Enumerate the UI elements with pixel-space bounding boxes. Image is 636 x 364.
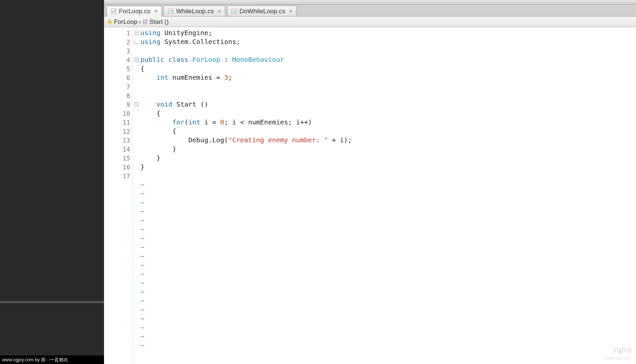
code-line[interactable]: }	[140, 162, 636, 171]
empty-line-tilde: ~	[140, 314, 636, 323]
code-line[interactable]: {	[140, 127, 636, 136]
empty-line-tilde: ~	[140, 341, 636, 350]
line-number: 2	[104, 37, 132, 46]
code-line[interactable]: using UnityEngine;	[140, 28, 636, 37]
code-content[interactable]: using UnityEngine;using System.Collectio…	[140, 27, 636, 364]
empty-line-tilde: ~	[140, 198, 636, 207]
line-number: 16	[104, 162, 132, 171]
empty-line-tilde: ~	[140, 270, 636, 279]
line-number: 8	[104, 91, 132, 100]
line-number: 4	[104, 55, 132, 64]
fold-cell	[132, 37, 140, 46]
code-line[interactable]: {	[140, 109, 636, 118]
empty-line-tilde: ~	[140, 261, 636, 270]
breadcrumb[interactable]: ForLoop › Start ()	[104, 17, 636, 27]
fold-cell	[132, 82, 140, 91]
tab-label: WhileLoop.cs	[176, 8, 214, 15]
empty-line-tilde: ~	[140, 189, 636, 198]
empty-line-tilde: ~	[140, 216, 636, 225]
line-number: 12	[104, 127, 132, 136]
fold-cell[interactable]: −	[132, 28, 140, 37]
toolbar-strip	[104, 0, 636, 5]
empty-line-tilde: ~	[140, 305, 636, 314]
empty-line-tilde: ~	[140, 225, 636, 234]
code-line[interactable]: int numEnemies = 3;	[140, 73, 636, 82]
fold-end-icon	[134, 40, 138, 44]
csharp-file-icon: c#	[111, 9, 116, 14]
fold-minus-icon[interactable]: −	[134, 31, 139, 35]
fold-cell[interactable]: −	[132, 100, 140, 109]
code-editor[interactable]: 1234567891011121314151617 −−− using Unit…	[104, 27, 636, 364]
line-number: 7	[104, 82, 132, 91]
fold-cell	[132, 145, 140, 154]
line-number: 3	[104, 46, 132, 55]
empty-line-tilde: ~	[140, 234, 636, 243]
fold-cell[interactable]: −	[132, 55, 140, 64]
close-icon[interactable]: ×	[289, 8, 292, 14]
fold-cell	[132, 118, 140, 127]
fold-cell	[132, 91, 140, 100]
csharp-file-icon: c#	[232, 9, 237, 14]
fold-minus-icon[interactable]: −	[134, 102, 139, 107]
watermark-url: www.cgjoy.co	[606, 356, 631, 360]
footer-text: www.cgjoy.com by 路···一直都在	[0, 355, 104, 364]
sidebar-splitter[interactable]	[0, 301, 104, 303]
code-line[interactable]: public class ForLoop : MonoBehaviour	[140, 55, 636, 64]
editor-area: c# ForLoop.cs × c# WhileLoop.cs × c# DoW…	[104, 0, 636, 364]
empty-line-tilde: ~	[140, 180, 636, 189]
csharp-file-icon: c#	[168, 9, 173, 14]
fold-gutter: −−−	[132, 27, 140, 364]
empty-line-tilde: ~	[140, 279, 636, 288]
tab-forloop[interactable]: c# ForLoop.cs ×	[107, 6, 162, 17]
fold-cell	[132, 171, 140, 180]
empty-line-tilde: ~	[140, 323, 636, 332]
empty-line-tilde: ~	[140, 332, 636, 341]
close-icon[interactable]: ×	[154, 8, 157, 14]
tab-bar: c# ForLoop.cs × c# WhileLoop.cs × c# DoW…	[104, 5, 636, 17]
line-number: 9	[104, 100, 132, 109]
breadcrumb-method: Start ()	[149, 18, 169, 25]
method-icon	[142, 19, 148, 25]
fold-cell	[132, 127, 140, 136]
tab-label: DoWhileLoop.cs	[239, 8, 285, 15]
code-line[interactable]	[140, 46, 636, 55]
code-line[interactable]	[140, 82, 636, 91]
empty-line-tilde: ~	[140, 296, 636, 305]
empty-line-tilde: ~	[140, 243, 636, 252]
fold-cell	[132, 109, 140, 118]
fold-cell	[132, 162, 140, 171]
svg-rect-7	[143, 20, 147, 24]
code-line[interactable]: Debug.Log("Creating enemy number: " + i)…	[140, 136, 636, 145]
code-line[interactable]: }	[140, 145, 636, 154]
svg-text:c#: c#	[112, 10, 116, 13]
line-number-gutter: 1234567891011121314151617	[104, 27, 132, 364]
code-line[interactable]: void Start ()	[140, 100, 636, 109]
code-line[interactable]: {	[140, 64, 636, 73]
close-icon[interactable]: ×	[218, 8, 221, 14]
fold-cell	[132, 154, 140, 162]
tab-dowhileloop[interactable]: c# DoWhileLoop.cs ×	[227, 6, 297, 16]
line-number: 10	[104, 109, 132, 118]
line-number: 15	[104, 154, 132, 162]
code-line[interactable]	[140, 91, 636, 100]
svg-text:c#: c#	[169, 10, 173, 13]
line-number: 1	[104, 28, 132, 37]
line-number: 11	[104, 118, 132, 127]
empty-line-tilde: ~	[140, 252, 636, 261]
class-icon	[107, 19, 113, 25]
fold-minus-icon[interactable]: −	[134, 58, 139, 62]
svg-text:c#: c#	[233, 10, 236, 13]
svg-marker-6	[107, 20, 112, 24]
code-line[interactable]: using System.Collections;	[140, 37, 636, 46]
line-number: 5	[104, 64, 132, 73]
fold-cell	[132, 64, 140, 73]
breadcrumb-class: ForLoop	[114, 18, 137, 25]
fold-cell	[132, 136, 140, 145]
code-line[interactable]: }	[140, 154, 636, 162]
tab-whileloop[interactable]: c# WhileLoop.cs ×	[164, 6, 225, 16]
code-line[interactable]: for(int i = 0; i < numEnemies; i++)	[140, 118, 636, 127]
left-sidebar: www.cgjoy.com by 路···一直都在	[0, 0, 104, 364]
tab-label: ForLoop.cs	[119, 8, 150, 15]
line-number: 13	[104, 136, 132, 145]
code-line[interactable]	[140, 171, 636, 180]
